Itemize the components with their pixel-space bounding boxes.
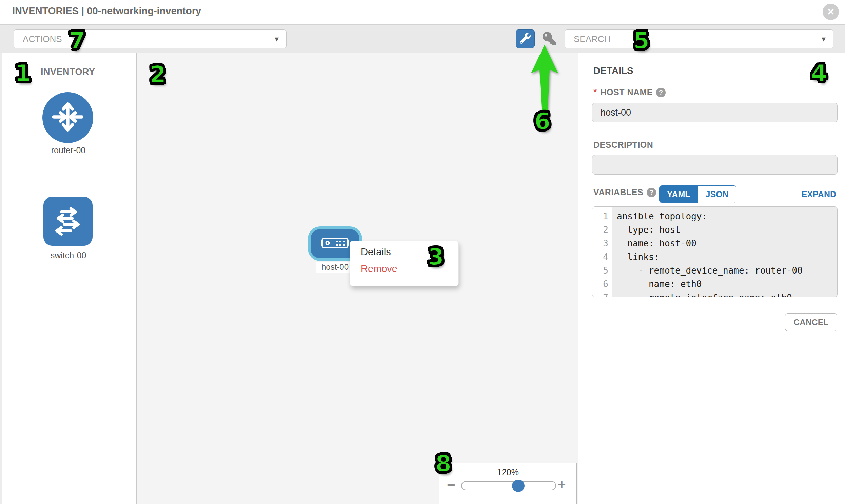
host-node-label: host-00 bbox=[316, 262, 354, 272]
help-question-icon[interactable]: ? bbox=[647, 188, 656, 197]
help-question-icon[interactable]: ? bbox=[656, 88, 666, 97]
chevron-down-icon: ▾ bbox=[822, 34, 826, 44]
variables-format-toggle: YAML JSON bbox=[659, 185, 737, 203]
line-number: 4 bbox=[592, 250, 612, 264]
topology-canvas[interactable]: host-00 Details Remove 120% − + bbox=[137, 53, 579, 504]
variables-code-editor[interactable]: 1 ansible_topology: 2 type: host 3 name:… bbox=[592, 206, 838, 297]
toolbar: ACTIONS ▾ SEARCH ▾ bbox=[0, 24, 845, 53]
details-heading: DETAILS bbox=[593, 66, 633, 76]
annotation-number-3: 3 bbox=[428, 244, 444, 270]
code-line: 4 links: bbox=[592, 250, 837, 264]
code-gutter-pad bbox=[592, 207, 612, 210]
expand-link[interactable]: EXPAND bbox=[802, 190, 836, 199]
annotation-number-1: 1 bbox=[15, 60, 31, 86]
zoom-control-panel: 120% − + bbox=[439, 463, 577, 504]
annotation-number-7: 7 bbox=[69, 27, 85, 54]
line-number: 6 bbox=[592, 277, 612, 291]
code-line: 2 type: host bbox=[592, 223, 837, 237]
zoom-slider-track[interactable] bbox=[461, 481, 556, 490]
code-text: name: host-00 bbox=[612, 237, 697, 250]
zoom-in-button[interactable]: + bbox=[558, 476, 566, 492]
annotation-number-4: 4 bbox=[811, 60, 827, 86]
cancel-button[interactable]: CANCEL bbox=[785, 313, 837, 331]
search-dropdown[interactable]: SEARCH ▾ bbox=[565, 30, 833, 49]
line-number: 7 bbox=[592, 291, 612, 297]
annotation-number-8: 8 bbox=[435, 450, 451, 477]
code-text: type: host bbox=[612, 223, 681, 237]
sidebar-item-router-00[interactable] bbox=[42, 92, 93, 143]
sidebar-item-label: router-00 bbox=[0, 145, 137, 155]
code-line: 3 name: host-00 bbox=[592, 237, 837, 250]
page-title: INVENTORIES | 00-networking-inventory bbox=[12, 5, 201, 17]
details-panel: DETAILS * HOST NAME ? DESCRIPTION VARIAB… bbox=[579, 53, 845, 504]
code-text: name: eth0 bbox=[612, 277, 702, 291]
code-text: - remote_device_name: router-00 bbox=[612, 264, 803, 277]
menu-item-remove[interactable]: Remove bbox=[361, 263, 398, 274]
line-number: 3 bbox=[592, 237, 612, 250]
host-name-label-row: * HOST NAME ? bbox=[593, 87, 666, 97]
actions-dropdown-label: ACTIONS bbox=[23, 34, 62, 44]
menu-item-details[interactable]: Details bbox=[361, 247, 391, 257]
search-dropdown-label: SEARCH bbox=[574, 34, 610, 44]
actions-dropdown[interactable]: ACTIONS ▾ bbox=[14, 30, 286, 49]
zoom-out-button[interactable]: − bbox=[447, 477, 455, 493]
zoom-slider-thumb[interactable] bbox=[512, 480, 525, 492]
annotation-number-6: 6 bbox=[534, 108, 550, 134]
description-label: DESCRIPTION bbox=[593, 140, 653, 150]
toggle-yaml[interactable]: YAML bbox=[659, 186, 698, 203]
close-icon[interactable]: ✕ bbox=[823, 4, 839, 20]
sidebar-item-label: switch-00 bbox=[0, 251, 137, 260]
description-input[interactable] bbox=[592, 155, 838, 175]
code-text: links: bbox=[612, 250, 659, 264]
code-line: 6 name: eth0 bbox=[592, 277, 837, 291]
required-marker: * bbox=[593, 87, 597, 97]
inventory-sidebar: INVENTORY router-00 bbox=[0, 53, 137, 504]
router-icon bbox=[50, 99, 85, 136]
host-icon bbox=[321, 237, 349, 250]
page-header: INVENTORIES | 00-networking-inventory ✕ bbox=[0, 0, 845, 24]
zoom-percentage: 120% bbox=[439, 467, 577, 477]
switch-icon bbox=[51, 204, 85, 239]
line-number: 5 bbox=[592, 264, 612, 277]
code-editor-padding bbox=[592, 207, 837, 210]
code-text: remote_interface_name: eth0 bbox=[612, 291, 792, 297]
code-line: 1 ansible_topology: bbox=[592, 210, 837, 223]
annotation-number-2: 2 bbox=[150, 61, 166, 88]
description-label-row: DESCRIPTION bbox=[593, 140, 653, 150]
host-name-label: HOST NAME bbox=[600, 87, 653, 97]
inventory-heading: INVENTORY bbox=[41, 67, 95, 77]
code-line: 5 - remote_device_name: router-00 bbox=[592, 264, 837, 277]
sidebar-left-edge bbox=[0, 53, 2, 504]
annotation-number-5: 5 bbox=[633, 27, 649, 54]
toggle-json[interactable]: JSON bbox=[698, 186, 736, 203]
line-number: 1 bbox=[592, 210, 612, 223]
chevron-down-icon: ▾ bbox=[275, 34, 279, 44]
host-name-input[interactable] bbox=[592, 103, 838, 122]
code-text: ansible_topology: bbox=[612, 210, 707, 223]
sidebar-item-switch-00[interactable] bbox=[43, 197, 92, 246]
inventory-topology-page: INVENTORIES | 00-networking-inventory ✕ … bbox=[0, 0, 845, 504]
code-line: 7 remote_interface_name: eth0 bbox=[592, 291, 837, 297]
variables-label-row: VARIABLES ? bbox=[593, 187, 656, 197]
variables-label: VARIABLES bbox=[593, 187, 643, 197]
line-number: 2 bbox=[592, 223, 612, 237]
